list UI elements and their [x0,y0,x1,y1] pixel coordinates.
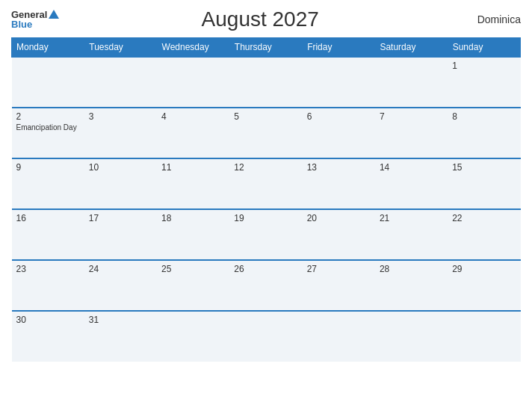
holiday-label: Emancipation Day [16,123,80,132]
day-number: 8 [452,111,516,122]
page: General Blue August 2027 Dominica Monday… [0,0,532,411]
day-number: 1 [452,61,516,71]
day-cell [229,57,302,108]
week-row-5: 3031 [12,311,521,362]
day-number: 22 [452,213,516,223]
col-header-saturday: Saturday [375,38,448,58]
day-number: 26 [234,264,297,274]
day-cell: 28 [375,260,448,311]
calendar-body: 12Emancipation Day3456789101112131415161… [12,57,521,362]
week-row-3: 16171819202122 [12,209,521,260]
logo-triangle-icon [49,10,59,19]
day-number: 17 [89,213,152,223]
day-number: 18 [161,213,225,223]
day-cell [84,57,157,108]
day-cell [157,57,229,108]
day-cell: 26 [229,260,302,311]
day-number: 19 [234,213,297,223]
day-cell: 20 [303,209,375,260]
col-header-friday: Friday [303,38,375,58]
day-number: 30 [16,315,80,325]
header: General Blue August 2027 Dominica [11,7,521,31]
day-cell: 29 [448,260,520,311]
day-number: 27 [307,264,371,274]
day-cell [303,57,375,108]
day-number: 5 [234,111,297,122]
day-cell: 4 [157,108,229,158]
day-number: 23 [16,264,80,274]
day-cell: 31 [84,311,157,362]
day-number: 6 [307,111,371,122]
day-cell: 21 [375,209,448,260]
day-number: 10 [89,162,152,173]
day-cell: 5 [229,108,302,158]
calendar-header: MondayTuesdayWednesdayThursdayFridaySatu… [12,38,521,58]
day-cell: 10 [84,158,157,209]
day-cell [375,57,448,108]
day-number: 2 [16,111,80,122]
day-number: 13 [307,162,371,173]
day-cell: 18 [157,209,229,260]
day-cell: 8 [448,108,520,158]
day-cell: 23 [12,260,84,311]
day-number: 21 [380,213,443,223]
day-number: 31 [89,315,152,325]
day-number: 24 [89,264,152,274]
day-cell: 19 [229,209,302,260]
day-cell: 7 [375,108,448,158]
day-cell: 12 [229,158,302,209]
day-number: 16 [16,213,80,223]
day-number: 14 [380,162,443,173]
day-cell: 24 [84,260,157,311]
country-name: Dominica [461,13,521,25]
week-row-0: 1 [12,57,521,108]
col-header-tuesday: Tuesday [84,38,157,58]
day-cell: 15 [448,158,520,209]
col-header-sunday: Sunday [448,38,520,58]
day-cell: 27 [303,260,375,311]
day-number: 20 [307,213,371,223]
calendar-table: MondayTuesdayWednesdayThursdayFridaySatu… [11,37,521,362]
day-cell [157,311,229,362]
day-cell: 9 [12,158,84,209]
day-cell [448,311,520,362]
day-cell: 11 [157,158,229,209]
day-number: 29 [452,264,516,274]
logo: General Blue [11,10,59,29]
week-row-1: 2Emancipation Day345678 [12,108,521,158]
header-row: MondayTuesdayWednesdayThursdayFridaySatu… [12,38,521,58]
col-header-wednesday: Wednesday [157,38,229,58]
day-number: 11 [161,162,225,173]
day-cell: 6 [303,108,375,158]
day-cell [303,311,375,362]
day-cell: 14 [375,158,448,209]
day-number: 15 [452,162,516,173]
logo-blue-text: Blue [11,19,32,29]
col-header-thursday: Thursday [229,38,302,58]
day-cell: 30 [12,311,84,362]
day-cell [375,311,448,362]
week-row-4: 23242526272829 [12,260,521,311]
month-title: August 2027 [59,7,461,31]
day-cell: 13 [303,158,375,209]
col-header-monday: Monday [12,38,84,58]
day-cell: 22 [448,209,520,260]
day-cell: 1 [448,57,520,108]
day-cell: 17 [84,209,157,260]
day-number: 28 [380,264,443,274]
day-cell: 25 [157,260,229,311]
day-cell: 3 [84,108,157,158]
day-number: 7 [380,111,443,122]
day-number: 9 [16,162,80,173]
day-cell [12,57,84,108]
day-number: 4 [161,111,225,122]
day-number: 3 [89,111,152,122]
day-number: 25 [161,264,225,274]
day-cell [229,311,302,362]
day-cell: 16 [12,209,84,260]
week-row-2: 9101112131415 [12,158,521,209]
day-number: 12 [234,162,297,173]
day-cell: 2Emancipation Day [12,108,84,158]
